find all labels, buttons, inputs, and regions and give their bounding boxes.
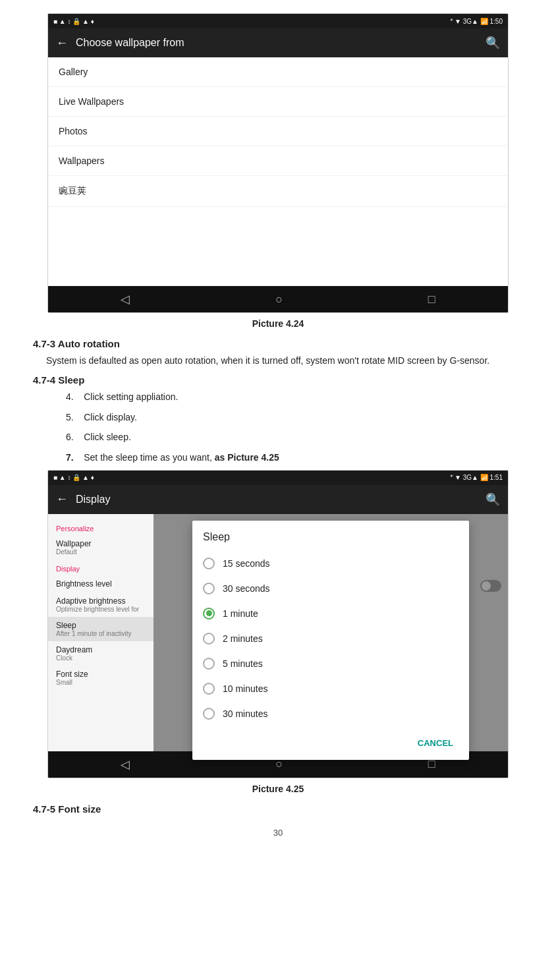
sidebar-item-sleep-title: Sleep <box>56 621 146 630</box>
sidebar-label-personalize: Personalize <box>48 519 153 535</box>
nav-recents-1[interactable]: □ <box>428 293 435 306</box>
radio-circle-30m <box>203 708 215 720</box>
radio-30-minutes[interactable]: 30 minutes <box>192 701 469 726</box>
status-icons-left-1: ■ ▲ ↕ 🔒 ▲ ♦ <box>53 18 94 25</box>
sidebar-item-sleep[interactable]: Sleep After 1 minute of inactivity <box>48 617 153 641</box>
sidebar-item-fontsize-subtitle: Small <box>56 679 146 686</box>
step-5-text: Click display. <box>84 412 137 422</box>
radio-label-2m: 2 minutes <box>223 633 263 644</box>
caption-2: Picture 4.25 <box>33 784 523 794</box>
dialog-title: Sleep <box>192 531 469 551</box>
dialog-overlay: Sleep 15 seconds 30 seconds <box>153 514 508 751</box>
back-button-1[interactable]: ← <box>56 36 68 50</box>
app-bar-title-2: Display <box>76 494 486 505</box>
menu-item-gallery[interactable]: Gallery <box>48 57 508 87</box>
step-5-num: 5. <box>66 412 74 422</box>
sidebar-item-adaptive-brightness[interactable]: Adaptive brightness Optimize brightness … <box>48 592 153 617</box>
status-bar-1: ■ ▲ ↕ 🔒 ▲ ♦ * ▼ 3G▲ 📶 1:50 <box>48 14 508 28</box>
radio-2-minutes[interactable]: 2 minutes <box>192 626 469 651</box>
step-4: 4. Click setting appliation. <box>66 389 523 404</box>
nav-back-1[interactable]: ◁ <box>121 292 130 306</box>
step-6: 6. Click sleep. <box>66 430 523 444</box>
menu-item-live-wallpapers[interactable]: Live Wallpapers <box>48 87 508 117</box>
radio-label-30s: 30 seconds <box>223 583 270 594</box>
status-icons-left-2: ■ ▲ ↕ 🔒 ▲ ♦ <box>53 474 94 481</box>
back-button-2[interactable]: ← <box>56 492 68 506</box>
radio-15-seconds[interactable]: 15 seconds <box>192 551 469 576</box>
sleep-steps: 4. Click setting appliation. 5. Click di… <box>33 389 523 465</box>
radio-label-10m: 10 minutes <box>223 683 267 694</box>
sidebar-item-adaptive-subtitle: Optimize brightness level for <box>56 606 146 613</box>
caption-1: Picture 4.24 <box>33 318 523 329</box>
step-4-text: Click setting appliation. <box>84 391 178 402</box>
radio-label-1m: 1 minute <box>223 608 258 619</box>
radio-circle-30s <box>203 583 215 594</box>
step-7-text: Set the sleep time as you want, as Pictu… <box>84 452 279 463</box>
sidebar-item-brightness-title: Brightness level <box>56 579 146 589</box>
main-area: Sleep 15 seconds 30 seconds <box>153 514 508 751</box>
radio-30-seconds[interactable]: 30 seconds <box>192 576 469 601</box>
step-4-num: 4. <box>66 391 74 402</box>
status-bar-left-2: ■ ▲ ↕ 🔒 ▲ ♦ <box>53 474 94 481</box>
display-content: Personalize Wallpaper Default Display Br… <box>48 514 508 751</box>
screenshot1-wrapper: ■ ▲ ↕ 🔒 ▲ ♦ * ▼ 3G▲ 📶 1:50 ← Choose wall… <box>33 13 523 313</box>
sidebar-item-wallpaper[interactable]: Wallpaper Default <box>48 535 153 560</box>
status-bar-right-2: * ▼ 3G▲ 📶 1:51 <box>450 474 503 481</box>
sidebar-item-wallpaper-subtitle: Default <box>56 548 146 556</box>
menu-item-wandou[interactable]: 豌豆荚 <box>48 176 508 207</box>
radio-label-30m: 30 minutes <box>223 708 267 719</box>
radio-circle-15s <box>203 558 215 569</box>
sidebar-item-brightness[interactable]: Brightness level <box>48 575 153 592</box>
nav-back-2[interactable]: ◁ <box>121 757 130 772</box>
sidebar-item-fontsize-title: Font size <box>56 670 146 679</box>
section-sleep: 4.7-4 Sleep 4. Click setting appliation.… <box>33 374 523 465</box>
radio-circle-10m <box>203 683 215 695</box>
cancel-button[interactable]: CANCEL <box>412 734 459 752</box>
radio-1-minute[interactable]: 1 minute <box>192 601 469 626</box>
app-bar-1: ← Choose wallpaper from 🔍 <box>48 28 508 57</box>
app-bar-title-1: Choose wallpaper from <box>76 37 486 49</box>
sidebar-item-daydream[interactable]: Daydream Clock <box>48 641 153 666</box>
sidebar-item-daydream-title: Daydream <box>56 645 146 654</box>
step-6-text: Click sleep. <box>84 432 131 442</box>
menu-item-photos[interactable]: Photos <box>48 117 508 146</box>
step-7-bold: as Picture 4.25 <box>215 452 279 463</box>
phone-screenshot-1: ■ ▲ ↕ 🔒 ▲ ♦ * ▼ 3G▲ 📶 1:50 ← Choose wall… <box>47 13 509 313</box>
status-icons-right-1: * ▼ 3G▲ 📶 1:50 <box>450 18 503 25</box>
radio-10-minutes[interactable]: 10 minutes <box>192 676 469 701</box>
section-heading-auto-rotation: 4.7-3 Auto rotation <box>33 338 523 349</box>
section-heading-sleep: 4.7-4 Sleep <box>33 374 523 386</box>
app-bar-2: ← Display 🔍 <box>48 485 508 514</box>
step-7-num: 7. <box>66 452 74 463</box>
phone-screenshot-2: ■ ▲ ↕ 🔒 ▲ ♦ * ▼ 3G▲ 📶 1:51 ← Display 🔍 P… <box>47 470 509 778</box>
step-7: 7. Set the sleep time as you want, as Pi… <box>66 450 523 465</box>
search-icon-1[interactable]: 🔍 <box>486 36 500 50</box>
menu-item-wallpapers[interactable]: Wallpapers <box>48 146 508 176</box>
status-bar-2: ■ ▲ ↕ 🔒 ▲ ♦ * ▼ 3G▲ 📶 1:51 <box>48 471 508 485</box>
status-bar-right-1: * ▼ 3G▲ 📶 1:50 <box>450 18 503 25</box>
nav-home-1[interactable]: ○ <box>275 293 283 306</box>
sidebar-item-adaptive-title: Adaptive brightness <box>56 596 146 606</box>
sidebar-item-font-size[interactable]: Font size Small <box>48 666 153 690</box>
status-bar-left-1: ■ ▲ ↕ 🔒 ▲ ♦ <box>53 18 94 25</box>
section-auto-rotation-body: System is defaulted as open auto rotatio… <box>33 353 523 368</box>
sidebar-panel: Personalize Wallpaper Default Display Br… <box>48 514 153 751</box>
sleep-dialog: Sleep 15 seconds 30 seconds <box>192 521 469 760</box>
search-icon-2[interactable]: 🔍 <box>486 492 500 507</box>
radio-circle-2m <box>203 633 215 645</box>
document-page: ■ ▲ ↕ 🔒 ▲ ♦ * ▼ 3G▲ 📶 1:50 ← Choose wall… <box>0 0 556 857</box>
screenshot2-wrapper: ■ ▲ ↕ 🔒 ▲ ♦ * ▼ 3G▲ 📶 1:51 ← Display 🔍 P… <box>33 470 523 778</box>
step-6-num: 6. <box>66 432 74 442</box>
menu-list-1: Gallery Live Wallpapers Photos Wallpaper… <box>48 57 508 286</box>
radio-5-minutes[interactable]: 5 minutes <box>192 651 469 676</box>
radio-label-15s: 15 seconds <box>223 558 270 569</box>
status-icons-right-2: * ▼ 3G▲ 📶 1:51 <box>450 474 503 481</box>
step-5: 5. Click display. <box>66 410 523 424</box>
section-auto-rotation: 4.7-3 Auto rotation System is defaulted … <box>33 338 523 368</box>
page-number: 30 <box>33 828 523 838</box>
sidebar-item-sleep-subtitle: After 1 minute of inactivity <box>56 630 146 637</box>
section-font-size: 4.7-5 Font size <box>33 803 523 815</box>
sidebar-item-wallpaper-title: Wallpaper <box>56 539 146 548</box>
radio-circle-1m <box>203 608 215 620</box>
radio-label-5m: 5 minutes <box>223 658 263 669</box>
